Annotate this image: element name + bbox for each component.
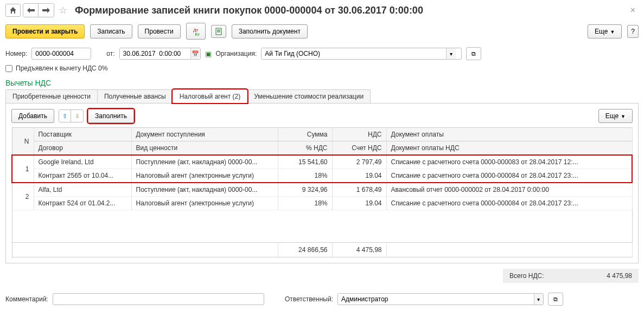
cell-pay-doc-vat: Списание с расчетного счета 0000-000084 … bbox=[386, 197, 632, 210]
vat-grid: N Поставщик Документ поступления Сумма Н… bbox=[11, 127, 633, 257]
table-row[interactable]: 1 Google Ireland, Ltd Поступление (акт, … bbox=[12, 155, 632, 183]
totals-label: Всего НДС: bbox=[509, 272, 544, 280]
home-button[interactable] bbox=[5, 4, 21, 17]
org-icon: ▣ bbox=[205, 50, 212, 58]
col-vat[interactable]: НДС bbox=[332, 128, 386, 141]
more-button[interactable]: Еще▼ bbox=[588, 24, 622, 38]
comment-label: Комментарий: bbox=[5, 295, 48, 303]
cell-value-type: Налоговый агент (электронные услуги) bbox=[131, 169, 278, 183]
cell-vat-acc: 19.04 bbox=[332, 169, 386, 183]
arrow-left-icon bbox=[27, 8, 35, 13]
chevron-down-icon: ▼ bbox=[610, 29, 615, 35]
cell-receipt-doc: Поступление (акт, накладная) 0000-00... bbox=[131, 155, 278, 169]
tab-more-button[interactable]: Еще▼ bbox=[598, 109, 633, 123]
col-n[interactable]: N bbox=[12, 128, 34, 156]
table-row[interactable]: 2 Alfa, Ltd Поступление (акт, накладная)… bbox=[12, 183, 632, 210]
col-vat-pct[interactable]: % НДС bbox=[278, 141, 332, 156]
col-pay-doc-vat[interactable]: Документ оплаты НДС bbox=[386, 141, 632, 156]
cell-sum: 9 324,96 bbox=[278, 183, 332, 197]
close-button[interactable]: × bbox=[627, 5, 639, 15]
dt-kt-icon: ДтКт bbox=[190, 28, 202, 37]
document-icon bbox=[215, 28, 222, 35]
org-field[interactable] bbox=[262, 48, 446, 59]
cell-contract: Контракт 524 от 01.04.2... bbox=[34, 197, 131, 210]
cell-pay-doc: Списание с расчетного счета 0000-000083 … bbox=[386, 155, 632, 169]
debit-credit-button[interactable]: ДтКт bbox=[186, 23, 206, 40]
number-field[interactable] bbox=[31, 48, 91, 60]
tab-tax-agent[interactable]: Налоговый агент (2) bbox=[173, 89, 248, 103]
col-pay-doc[interactable]: Документ оплаты bbox=[386, 128, 632, 141]
date-field[interactable] bbox=[120, 48, 190, 59]
calendar-button[interactable] bbox=[190, 48, 200, 59]
cell-pay-doc-vat: Списание с расчетного счета 0000-000084 … bbox=[386, 169, 632, 183]
post-button[interactable]: Провести bbox=[138, 24, 181, 38]
tab-decrease-sales[interactable]: Уменьшение стоимости реализации bbox=[247, 89, 371, 103]
total-vat: 4 475,98 bbox=[332, 243, 386, 257]
cell-supplier: Google Ireland, Ltd bbox=[34, 155, 131, 169]
col-vat-acc[interactable]: Счет НДС bbox=[332, 141, 386, 156]
report-button[interactable] bbox=[211, 25, 226, 38]
col-supplier[interactable]: Поставщик bbox=[34, 128, 131, 141]
cell-contract: Контракт 2565 от 10.04... bbox=[34, 169, 131, 183]
org-label: Организация: bbox=[216, 50, 257, 57]
fill-document-button[interactable]: Заполнить документ bbox=[232, 24, 308, 38]
totals-value: 4 475,98 bbox=[607, 272, 632, 280]
comment-field[interactable] bbox=[53, 293, 264, 305]
write-button[interactable]: Записать bbox=[90, 24, 132, 38]
totals-box: Всего НДС: 4 475,98 bbox=[503, 269, 639, 283]
col-contract[interactable]: Договор bbox=[34, 141, 131, 156]
date-label: от: bbox=[106, 50, 114, 57]
number-label: Номер: bbox=[5, 50, 27, 57]
col-receipt-doc[interactable]: Документ поступления bbox=[131, 128, 278, 141]
cell-n: 1 bbox=[12, 155, 34, 183]
move-up-button[interactable]: ⇧ bbox=[59, 110, 71, 122]
svg-rect-0 bbox=[216, 28, 221, 35]
total-sum: 24 866,56 bbox=[278, 243, 332, 257]
page-title: Формирование записей книги покупок 0000-… bbox=[75, 5, 625, 16]
tab-more-label: Еще bbox=[605, 112, 619, 120]
nav-back-button[interactable] bbox=[23, 4, 39, 17]
org-dropdown-button[interactable]: ▾ bbox=[446, 48, 456, 59]
help-button[interactable]: ? bbox=[627, 25, 639, 38]
cell-vat-acc: 19.04 bbox=[332, 197, 386, 210]
cell-vat-pct: 18% bbox=[278, 197, 332, 210]
add-row-button[interactable]: Добавить bbox=[11, 109, 54, 123]
responsible-open-button[interactable] bbox=[548, 293, 563, 306]
fill-button[interactable]: Заполнить bbox=[88, 109, 134, 123]
chevron-down-icon: ▼ bbox=[621, 114, 626, 119]
more-label: Еще bbox=[595, 28, 608, 35]
nav-forward-button[interactable] bbox=[39, 4, 54, 17]
section-title: Вычеты НДС bbox=[0, 74, 644, 89]
responsible-field[interactable] bbox=[338, 294, 534, 305]
col-sum[interactable]: Сумма bbox=[278, 128, 332, 141]
home-icon bbox=[9, 7, 17, 14]
responsible-label: Ответственный: bbox=[285, 295, 333, 303]
cell-receipt-doc: Поступление (акт, накладная) 0000-00... bbox=[131, 183, 278, 197]
cell-n: 2 bbox=[12, 183, 34, 210]
vat-zero-checkbox[interactable] bbox=[5, 65, 12, 72]
arrow-right-icon bbox=[42, 8, 50, 13]
cell-sum: 15 541,60 bbox=[278, 155, 332, 169]
org-open-button[interactable] bbox=[466, 47, 481, 60]
post-and-close-button[interactable]: Провести и закрыть bbox=[5, 24, 85, 38]
tab-acquired-values[interactable]: Приобретенные ценности bbox=[5, 89, 98, 103]
cell-vat-pct: 18% bbox=[278, 169, 332, 183]
cell-vat: 2 797,49 bbox=[332, 155, 386, 169]
vat-zero-label: Предъявлен к вычету НДС 0% bbox=[16, 64, 107, 72]
move-down-button[interactable]: ⇩ bbox=[71, 110, 83, 122]
responsible-dropdown-button[interactable]: ▾ bbox=[534, 294, 543, 305]
tab-received-advances[interactable]: Полученные авансы bbox=[97, 89, 173, 103]
cell-value-type: Налоговый агент (электронные услуги) bbox=[131, 197, 278, 210]
col-value-type[interactable]: Вид ценности bbox=[131, 141, 278, 156]
cell-pay-doc: Авансовый отчет 0000-000002 от 28.04.201… bbox=[386, 183, 632, 197]
cell-supplier: Alfa, Ltd bbox=[34, 183, 131, 197]
cell-vat: 1 678,49 bbox=[332, 183, 386, 197]
favorite-star-icon[interactable]: ☆ bbox=[59, 4, 67, 16]
